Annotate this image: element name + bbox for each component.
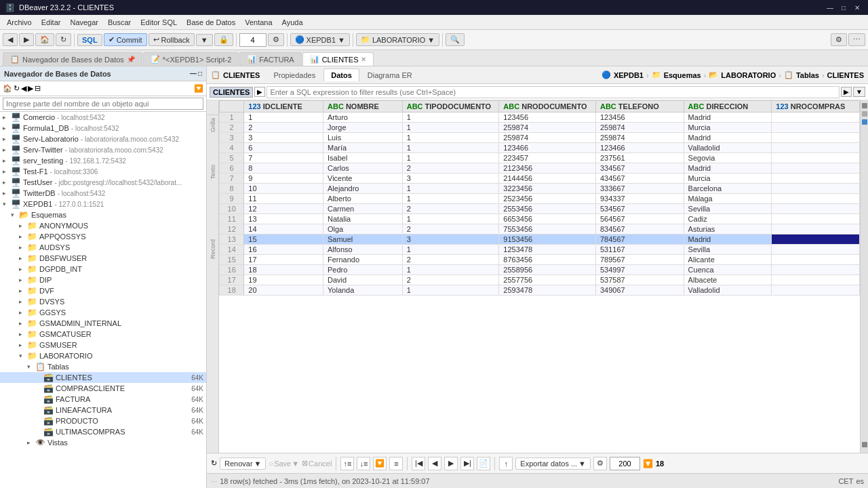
minimize-button[interactable]: — bbox=[825, 2, 835, 13]
cell-nrodoc-3[interactable]: 123466 bbox=[499, 143, 596, 153]
tab-script2[interactable]: 📝 *<XEPDB1> Script-2 bbox=[143, 52, 239, 66]
more-filter-button[interactable]: ≡ bbox=[389, 457, 403, 470]
tree-item-24[interactable]: 🗃️ CLIENTES 64K bbox=[0, 372, 206, 383]
sidebar-collapse-icon[interactable]: ⊟ bbox=[35, 84, 41, 93]
col-header-nrocompras[interactable]: 123 NROCOMPRAS bbox=[772, 101, 860, 113]
cell-direccion-0[interactable]: Madrid bbox=[684, 113, 772, 123]
upload-button[interactable]: ↑ bbox=[499, 457, 513, 470]
menu-editar[interactable]: Editar bbox=[37, 17, 65, 28]
cell-telefono-4[interactable]: 237561 bbox=[595, 153, 684, 163]
forward-button[interactable]: ▶ bbox=[19, 33, 34, 46]
prev-row-button[interactable]: ◀ bbox=[428, 457, 441, 470]
cell-direccion-16[interactable]: Albacete bbox=[684, 275, 772, 285]
tree-item-9[interactable]: ▾ 📂 Esquemas bbox=[0, 209, 206, 220]
tree-item-26[interactable]: 🗃️ FACTURA 64K bbox=[0, 394, 206, 405]
cell-nrocompras-16[interactable] bbox=[772, 275, 860, 285]
cell-nrodoc-7[interactable]: 3223456 bbox=[499, 184, 596, 194]
tree-item-13[interactable]: ▸ 📁 DBSFWUSER bbox=[0, 253, 206, 264]
cell-nrocompras-11[interactable] bbox=[772, 224, 860, 235]
table-row[interactable]: 4 6 María 1 123466 123466 Valladolid bbox=[220, 143, 860, 153]
cell-tipodoc-7[interactable]: 1 bbox=[402, 184, 499, 194]
home-button[interactable]: 🏠 bbox=[35, 33, 54, 46]
tree-item-20[interactable]: ▸ 📁 GSMCATUSER bbox=[0, 329, 206, 340]
sort-desc-button[interactable]: ↓≡ bbox=[357, 457, 370, 470]
cell-nombre-17[interactable]: Yolanda bbox=[323, 285, 403, 296]
cell-nombre-7[interactable]: Alejandro bbox=[323, 184, 403, 194]
cell-tipodoc-17[interactable]: 1 bbox=[402, 285, 499, 296]
sort-asc-button[interactable]: ↑≡ bbox=[340, 457, 354, 470]
cell-nrodoc-11[interactable]: 7553456 bbox=[499, 224, 596, 235]
cell-tipodoc-3[interactable]: 1 bbox=[402, 143, 499, 153]
menu-editor-sql[interactable]: Editor SQL bbox=[136, 17, 181, 28]
arrow-down-button[interactable]: ▼ bbox=[196, 34, 213, 46]
tree-item-28[interactable]: 🗃️ PRODUCTO 64K bbox=[0, 415, 206, 426]
col-header-nrodoc[interactable]: ABC NRODOCUMENTO bbox=[499, 101, 596, 113]
cell-nrocompras-6[interactable] bbox=[772, 174, 860, 184]
filter-arrow-btn[interactable]: ▶ bbox=[254, 87, 265, 97]
cell-direccion-17[interactable]: Valladolid bbox=[684, 285, 772, 296]
cell-nrocompras-4[interactable] bbox=[772, 153, 860, 163]
right-gutter-icon-2[interactable] bbox=[862, 111, 867, 117]
cell-nrodoc-4[interactable]: 223457 bbox=[499, 153, 596, 163]
cell-tipodoc-8[interactable]: 1 bbox=[402, 194, 499, 204]
cell-nombre-6[interactable]: Vicente bbox=[323, 174, 403, 184]
cell-nombre-13[interactable]: Alfonso bbox=[323, 245, 403, 255]
tree-item-14[interactable]: ▸ 📁 DGPDB_INT bbox=[0, 264, 206, 274]
cell-nrocompras-7[interactable] bbox=[772, 184, 860, 194]
cell-tipodoc-15[interactable]: 1 bbox=[402, 265, 499, 275]
cell-tipodoc-4[interactable]: 1 bbox=[402, 153, 499, 163]
cell-direccion-12[interactable]: Madrid bbox=[684, 235, 772, 245]
col-header-telefono[interactable]: ABC TELEFONO bbox=[595, 101, 684, 113]
cell-nrocompras-15[interactable] bbox=[772, 265, 860, 275]
tree-item-7[interactable]: ▸ 🖥️ TwitterDB - localhost:5432 bbox=[0, 188, 206, 199]
cell-nrodoc-5[interactable]: 2123456 bbox=[499, 163, 596, 174]
cell-nombre-8[interactable]: Alberto bbox=[323, 194, 403, 204]
tree-item-18[interactable]: ▸ 📁 GGSYS bbox=[0, 307, 206, 318]
row-settings-button[interactable]: ⚙ bbox=[268, 33, 284, 46]
table-row[interactable]: 12 14 Olga 2 7553456 834567 Asturias bbox=[220, 224, 860, 235]
cell-idcliente-16[interactable]: 19 bbox=[244, 275, 323, 285]
table-row[interactable]: 9 11 Alberto 1 2523456 934337 Málaga bbox=[220, 194, 860, 204]
close-button[interactable]: ✕ bbox=[852, 2, 863, 13]
sub-tab-propiedades[interactable]: Propiedades bbox=[266, 68, 323, 81]
sub-tab-diagrama-er[interactable]: Diagrama ER bbox=[360, 68, 420, 81]
cell-tipodoc-6[interactable]: 3 bbox=[402, 174, 499, 184]
cell-tipodoc-13[interactable]: 1 bbox=[402, 245, 499, 255]
col-header-direccion[interactable]: ABC DIRECCION bbox=[684, 101, 772, 113]
add-row-button[interactable]: 📄 bbox=[477, 457, 490, 470]
table-row[interactable]: 17 19 David 2 2557756 537587 Albacete bbox=[220, 275, 860, 285]
table-row[interactable]: 11 13 Natalia 1 6653456 564567 Cadiz bbox=[220, 214, 860, 224]
sidebar-forward-icon[interactable]: ▶ bbox=[28, 84, 33, 93]
sub-tab-datos[interactable]: Datos bbox=[323, 68, 359, 81]
filter-down-btn[interactable]: ▼ bbox=[853, 87, 865, 97]
tree-item-1[interactable]: ▸ 🖥️ Formula1_DB - localhost:5432 bbox=[0, 123, 206, 134]
tree-item-5[interactable]: ▸ 🖥️ Test-F1 - localhost:3306 bbox=[0, 166, 206, 177]
table-row[interactable]: 7 9 Vicente 3 2144456 434567 Murcia bbox=[220, 174, 860, 184]
cell-telefono-11[interactable]: 834567 bbox=[595, 224, 684, 235]
cell-direccion-6[interactable]: Murcia bbox=[684, 174, 772, 184]
cell-idcliente-3[interactable]: 6 bbox=[244, 143, 323, 153]
cell-idcliente-11[interactable]: 14 bbox=[244, 224, 323, 235]
max-rows-input[interactable] bbox=[610, 457, 640, 470]
settings-button[interactable]: ⚙ bbox=[831, 33, 847, 46]
table-row[interactable]: 10 12 Carmen 2 2553456 534567 Sevilla bbox=[220, 204, 860, 214]
cell-nombre-4[interactable]: Isabel bbox=[323, 153, 403, 163]
cell-nrodoc-15[interactable]: 2558956 bbox=[499, 265, 596, 275]
tree-item-23[interactable]: ▾ 📋 Tablas bbox=[0, 361, 206, 372]
cell-tipodoc-10[interactable]: 1 bbox=[402, 214, 499, 224]
cell-nombre-9[interactable]: Carmen bbox=[323, 204, 403, 214]
table-row[interactable]: 14 16 Alfonso 1 1253478 531167 Sevilla bbox=[220, 245, 860, 255]
cell-nrocompras-2[interactable] bbox=[772, 133, 860, 143]
table-row[interactable]: 16 18 Pedro 1 2558956 534997 Cuenca bbox=[220, 265, 860, 275]
cell-direccion-4[interactable]: Segovia bbox=[684, 153, 772, 163]
cell-nrodoc-17[interactable]: 2593478 bbox=[499, 285, 596, 296]
cell-telefono-0[interactable]: 123456 bbox=[595, 113, 684, 123]
tab-nav-pin[interactable]: 📌 bbox=[127, 56, 135, 63]
tree-item-2[interactable]: ▸ 🖥️ Serv-Laboratorio - laboratoriorafa.… bbox=[0, 134, 206, 144]
table-row[interactable]: 18 20 Yolanda 1 2593478 349067 Valladoli… bbox=[220, 285, 860, 296]
cell-nombre-10[interactable]: Natalia bbox=[323, 214, 403, 224]
cell-tipodoc-5[interactable]: 2 bbox=[402, 163, 499, 174]
col-header-tipodoc[interactable]: ABC TIPODOCUMENTO bbox=[402, 101, 499, 113]
menu-ventana[interactable]: Ventana bbox=[241, 17, 276, 28]
menu-navegar[interactable]: Navegar bbox=[66, 17, 102, 28]
